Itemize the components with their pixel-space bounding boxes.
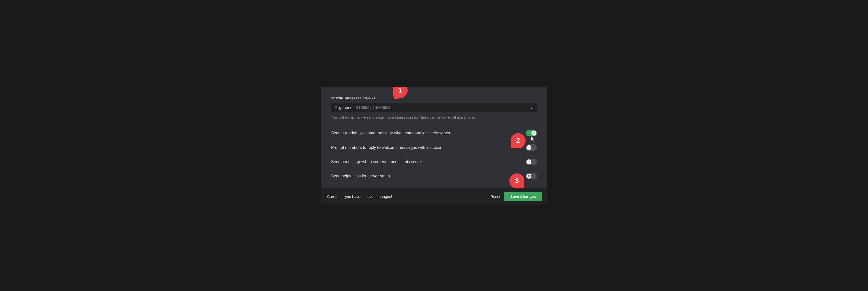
settings-card: 1 2 3 SYSTEM MESSAGES CHANNEL # general	[321, 87, 547, 205]
toggle-knob-sticker: ✕	[526, 145, 531, 150]
channel-name: general	[339, 105, 352, 110]
chevron-down-icon: ⌄	[530, 106, 533, 110]
toggle-knob-boost: ✕	[526, 159, 531, 164]
x-icon: ✕	[528, 146, 530, 149]
channel-dropdown-left: # general GENERAL CHANNELS	[335, 105, 390, 110]
toggle-label-sticker: Prompt members to reply to welcome messa…	[331, 145, 442, 150]
save-button[interactable]: Save Changes	[504, 192, 542, 201]
footer-bar: Careful — you have unsaved changes! Rese…	[321, 188, 547, 205]
toggle-tips[interactable]: ✕	[526, 173, 537, 179]
unsaved-message: Careful — you have unsaved changes!	[327, 194, 392, 199]
x-icon-tips: ✕	[528, 175, 530, 177]
toggle-row-sticker: Prompt members to reply to welcome messa…	[331, 140, 537, 154]
toggle-row-tips: Send helpful tips for server setup. ✕	[331, 169, 537, 183]
channel-dropdown[interactable]: # general GENERAL CHANNELS ⌄	[331, 103, 537, 112]
toggle-knob-welcome: ✓	[531, 131, 536, 136]
section-label: SYSTEM MESSAGES CHANNEL	[331, 97, 537, 100]
toggle-boost[interactable]: ✕	[526, 159, 537, 165]
toggle-label-tips: Send helpful tips for server setup.	[331, 174, 391, 178]
toggle-label-welcome: Send a random welcome message when someo…	[331, 131, 451, 136]
toggle-row-boost: Send a message when someone boosts this …	[331, 154, 537, 169]
toggle-label-boost: Send a message when someone boosts this …	[331, 159, 423, 164]
toggle-welcome[interactable]: ✓	[526, 130, 537, 136]
toggle-sticker[interactable]: ✕	[526, 145, 537, 150]
channel-type-label: GENERAL CHANNELS	[356, 106, 390, 109]
x-icon-boost: ✕	[528, 160, 530, 163]
annotation-badge-2: 2	[510, 133, 526, 148]
toggles-section: Send a random welcome message when someo…	[331, 126, 537, 183]
channel-description: This is the channel we send system event…	[331, 115, 537, 120]
toggle-row-welcome: Send a random welcome message when someo…	[331, 126, 537, 140]
reset-button[interactable]: Reset	[490, 194, 500, 199]
hash-icon: #	[335, 105, 337, 110]
footer-actions: Reset Save Changes	[490, 192, 542, 201]
annotation-badge-3: 3	[509, 173, 524, 188]
toggle-knob-tips: ✕	[526, 174, 531, 179]
check-icon: ✓	[533, 132, 535, 135]
